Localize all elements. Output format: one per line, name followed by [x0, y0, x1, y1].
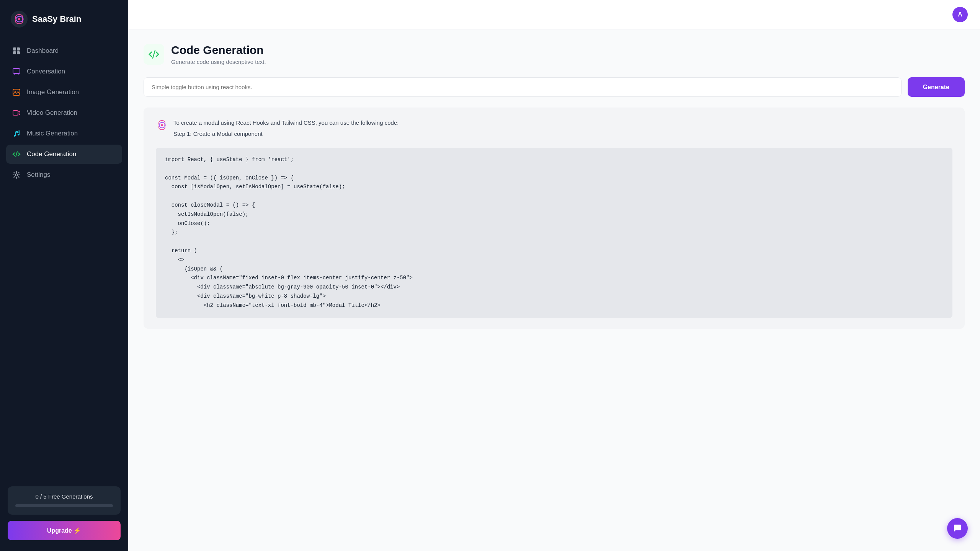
main-content: A Code Generation Generate code using de… [128, 0, 980, 551]
sidebar-item-conversation[interactable]: Conversation [6, 62, 122, 81]
sidebar-item-conversation-label: Conversation [27, 68, 65, 75]
sidebar-item-code-generation[interactable]: Code Generation [6, 145, 122, 164]
svg-rect-4 [13, 51, 16, 54]
avatar[interactable]: A [952, 7, 968, 22]
code-generation-icon [148, 49, 160, 60]
free-gen-label: 0 / 5 Free Generations [15, 493, 113, 500]
input-row: Generate [144, 77, 965, 97]
conversation-icon [12, 67, 21, 76]
svg-rect-7 [13, 89, 20, 95]
svg-rect-3 [17, 47, 20, 51]
svg-point-11 [161, 124, 163, 126]
output-logo-icon [156, 119, 168, 131]
svg-rect-9 [13, 111, 18, 115]
sidebar-item-settings[interactable]: Settings [6, 165, 122, 184]
page-title-group: Code Generation Generate code using desc… [171, 43, 266, 65]
logo-area: SaaSy Brain [0, 0, 128, 41]
sidebar-item-image-label: Image Generation [27, 88, 79, 96]
output-description: To create a modal using React Hooks and … [173, 118, 399, 127]
svg-point-10 [15, 174, 18, 176]
sidebar-item-settings-label: Settings [27, 171, 50, 179]
output-text: To create a modal using React Hooks and … [173, 118, 399, 142]
chat-bubble-button[interactable] [947, 518, 968, 539]
music-icon [12, 129, 21, 138]
svg-rect-6 [13, 68, 20, 73]
app-name: SaaSy Brain [32, 14, 81, 24]
sidebar-item-image-generation[interactable]: Image Generation [6, 83, 122, 102]
sidebar-item-dashboard[interactable]: Dashboard [6, 41, 122, 60]
progress-bar-background [15, 504, 113, 507]
svg-point-1 [18, 18, 20, 20]
app-logo-icon [11, 11, 28, 28]
free-generations-box: 0 / 5 Free Generations [8, 486, 121, 515]
sidebar-item-video-generation[interactable]: Video Generation [6, 103, 122, 122]
dashboard-icon [12, 47, 21, 55]
page-title: Code Generation [171, 43, 266, 57]
page-header-icon-box [144, 44, 164, 65]
output-header: To create a modal using React Hooks and … [156, 118, 952, 142]
sidebar-navigation: Dashboard Conversation Image Generation [0, 41, 128, 477]
settings-icon [12, 171, 21, 179]
prompt-input[interactable] [144, 77, 902, 97]
chat-icon [952, 523, 962, 533]
code-output-area: To create a modal using React Hooks and … [144, 108, 965, 329]
sidebar-bottom: 0 / 5 Free Generations Upgrade ⚡ [0, 477, 128, 551]
image-icon [12, 88, 21, 96]
svg-rect-2 [13, 47, 16, 51]
content-area: Code Generation Generate code using desc… [128, 29, 980, 551]
video-icon [12, 109, 21, 117]
page-subtitle: Generate code using descriptive text. [171, 59, 266, 65]
svg-rect-5 [17, 51, 20, 54]
topbar: A [128, 0, 980, 29]
step-text: Step 1: Create a Modal component [173, 130, 399, 137]
code-block: import React, { useState } from 'react';… [156, 148, 952, 318]
sidebar-item-video-label: Video Generation [27, 109, 77, 117]
sidebar-item-music-label: Music Generation [27, 130, 78, 137]
generate-button[interactable]: Generate [908, 77, 965, 97]
sidebar-item-music-generation[interactable]: Music Generation [6, 124, 122, 143]
page-header: Code Generation Generate code using desc… [144, 43, 965, 65]
svg-point-8 [15, 91, 16, 92]
sidebar-item-dashboard-label: Dashboard [27, 47, 59, 55]
upgrade-button[interactable]: Upgrade ⚡ [8, 521, 121, 540]
sidebar: SaaSy Brain Dashboard Conv [0, 0, 128, 551]
sidebar-item-code-label: Code Generation [27, 150, 76, 158]
code-icon [12, 150, 21, 158]
